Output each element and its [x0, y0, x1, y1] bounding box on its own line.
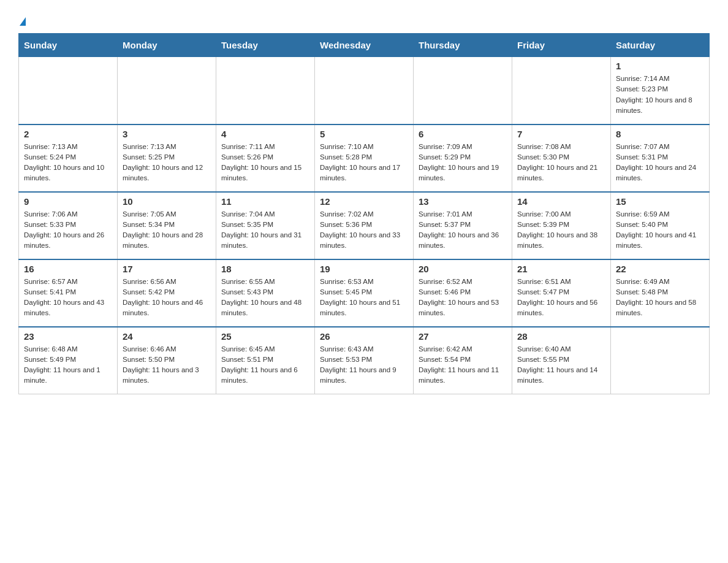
day-info: Sunrise: 7:11 AMSunset: 5:26 PMDaylight:…	[221, 142, 309, 184]
day-info: Sunrise: 7:13 AMSunset: 5:24 PMDaylight:…	[24, 142, 112, 184]
page-header	[18, 12, 710, 27]
day-number: 7	[517, 129, 605, 139]
col-header-wednesday: Wednesday	[315, 34, 414, 57]
calendar-cell: 22Sunrise: 6:49 AMSunset: 5:48 PMDayligh…	[611, 259, 710, 327]
calendar-week-1: 1Sunrise: 7:14 AMSunset: 5:23 PMDaylight…	[19, 57, 710, 124]
day-info: Sunrise: 7:14 AMSunset: 5:23 PMDaylight:…	[616, 74, 704, 116]
calendar-week-2: 2Sunrise: 7:13 AMSunset: 5:24 PMDaylight…	[19, 124, 710, 192]
col-header-thursday: Thursday	[414, 34, 512, 57]
calendar-cell: 9Sunrise: 7:06 AMSunset: 5:33 PMDaylight…	[19, 192, 118, 259]
day-number: 14	[517, 196, 605, 207]
day-number: 18	[221, 264, 309, 274]
day-info: Sunrise: 7:13 AMSunset: 5:25 PMDaylight:…	[123, 142, 211, 184]
calendar-header-row: SundayMondayTuesdayWednesdayThursdayFrid…	[19, 34, 710, 57]
day-number: 19	[320, 264, 408, 274]
col-header-tuesday: Tuesday	[216, 34, 315, 57]
logo-top-line	[18, 12, 26, 27]
calendar-cell	[216, 57, 315, 124]
calendar-cell: 10Sunrise: 7:05 AMSunset: 5:34 PMDayligh…	[118, 192, 216, 259]
calendar-cell: 17Sunrise: 6:56 AMSunset: 5:42 PMDayligh…	[118, 259, 216, 327]
day-info: Sunrise: 6:45 AMSunset: 5:51 PMDaylight:…	[221, 344, 309, 386]
day-info: Sunrise: 7:09 AMSunset: 5:29 PMDaylight:…	[419, 142, 507, 184]
day-number: 9	[24, 196, 112, 207]
calendar-cell: 14Sunrise: 7:00 AMSunset: 5:39 PMDayligh…	[512, 192, 611, 259]
day-info: Sunrise: 7:01 AMSunset: 5:37 PMDaylight:…	[419, 209, 507, 251]
day-number: 28	[517, 331, 605, 342]
calendar-cell	[19, 57, 118, 124]
col-header-sunday: Sunday	[19, 34, 118, 57]
day-number: 11	[221, 196, 309, 207]
calendar-week-5: 23Sunrise: 6:48 AMSunset: 5:49 PMDayligh…	[19, 327, 710, 394]
day-number: 10	[123, 196, 211, 207]
calendar-cell	[611, 327, 710, 394]
day-info: Sunrise: 6:56 AMSunset: 5:42 PMDaylight:…	[123, 277, 211, 319]
calendar-cell	[118, 57, 216, 124]
day-info: Sunrise: 6:48 AMSunset: 5:49 PMDaylight:…	[24, 344, 112, 386]
col-header-friday: Friday	[512, 34, 611, 57]
calendar-cell: 7Sunrise: 7:08 AMSunset: 5:30 PMDaylight…	[512, 124, 611, 192]
logo-arrow-icon	[20, 17, 26, 26]
calendar-week-4: 16Sunrise: 6:57 AMSunset: 5:41 PMDayligh…	[19, 259, 710, 327]
day-number: 17	[123, 264, 211, 274]
calendar-cell: 3Sunrise: 7:13 AMSunset: 5:25 PMDaylight…	[118, 124, 216, 192]
calendar-cell: 16Sunrise: 6:57 AMSunset: 5:41 PMDayligh…	[19, 259, 118, 327]
calendar-cell: 26Sunrise: 6:43 AMSunset: 5:53 PMDayligh…	[315, 327, 414, 394]
calendar-cell: 27Sunrise: 6:42 AMSunset: 5:54 PMDayligh…	[414, 327, 512, 394]
day-number: 22	[616, 264, 704, 274]
day-number: 20	[419, 264, 507, 274]
calendar-cell: 19Sunrise: 6:53 AMSunset: 5:45 PMDayligh…	[315, 259, 414, 327]
calendar-cell: 6Sunrise: 7:09 AMSunset: 5:29 PMDaylight…	[414, 124, 512, 192]
calendar-cell	[512, 57, 611, 124]
day-info: Sunrise: 7:02 AMSunset: 5:36 PMDaylight:…	[320, 209, 408, 251]
calendar-table: SundayMondayTuesdayWednesdayThursdayFrid…	[18, 33, 710, 394]
day-info: Sunrise: 6:43 AMSunset: 5:53 PMDaylight:…	[320, 344, 408, 386]
day-info: Sunrise: 6:53 AMSunset: 5:45 PMDaylight:…	[320, 277, 408, 319]
day-number: 5	[320, 129, 408, 139]
calendar-cell: 24Sunrise: 6:46 AMSunset: 5:50 PMDayligh…	[118, 327, 216, 394]
day-info: Sunrise: 7:04 AMSunset: 5:35 PMDaylight:…	[221, 209, 309, 251]
day-info: Sunrise: 7:06 AMSunset: 5:33 PMDaylight:…	[24, 209, 112, 251]
col-header-saturday: Saturday	[611, 34, 710, 57]
calendar-cell: 5Sunrise: 7:10 AMSunset: 5:28 PMDaylight…	[315, 124, 414, 192]
day-number: 2	[24, 129, 112, 139]
calendar-cell: 23Sunrise: 6:48 AMSunset: 5:49 PMDayligh…	[19, 327, 118, 394]
day-info: Sunrise: 6:49 AMSunset: 5:48 PMDaylight:…	[616, 277, 704, 319]
calendar-cell: 12Sunrise: 7:02 AMSunset: 5:36 PMDayligh…	[315, 192, 414, 259]
day-number: 12	[320, 196, 408, 207]
day-number: 15	[616, 196, 704, 207]
day-info: Sunrise: 6:46 AMSunset: 5:50 PMDaylight:…	[123, 344, 211, 386]
day-info: Sunrise: 6:57 AMSunset: 5:41 PMDaylight:…	[24, 277, 112, 319]
calendar-cell: 2Sunrise: 7:13 AMSunset: 5:24 PMDaylight…	[19, 124, 118, 192]
day-info: Sunrise: 7:08 AMSunset: 5:30 PMDaylight:…	[517, 142, 605, 184]
day-number: 24	[123, 331, 211, 342]
calendar-cell: 8Sunrise: 7:07 AMSunset: 5:31 PMDaylight…	[611, 124, 710, 192]
day-number: 8	[616, 129, 704, 139]
day-number: 6	[419, 129, 507, 139]
calendar-cell: 25Sunrise: 6:45 AMSunset: 5:51 PMDayligh…	[216, 327, 315, 394]
day-number: 4	[221, 129, 309, 139]
calendar-cell: 20Sunrise: 6:52 AMSunset: 5:46 PMDayligh…	[414, 259, 512, 327]
calendar-cell: 13Sunrise: 7:01 AMSunset: 5:37 PMDayligh…	[414, 192, 512, 259]
day-number: 25	[221, 331, 309, 342]
day-number: 1	[616, 61, 704, 71]
day-info: Sunrise: 6:51 AMSunset: 5:47 PMDaylight:…	[517, 277, 605, 319]
day-number: 21	[517, 264, 605, 274]
calendar-week-3: 9Sunrise: 7:06 AMSunset: 5:33 PMDaylight…	[19, 192, 710, 259]
day-info: Sunrise: 6:42 AMSunset: 5:54 PMDaylight:…	[419, 344, 507, 386]
day-info: Sunrise: 7:07 AMSunset: 5:31 PMDaylight:…	[616, 142, 704, 184]
calendar-cell	[315, 57, 414, 124]
day-number: 3	[123, 129, 211, 139]
day-info: Sunrise: 6:59 AMSunset: 5:40 PMDaylight:…	[616, 209, 704, 251]
day-info: Sunrise: 7:00 AMSunset: 5:39 PMDaylight:…	[517, 209, 605, 251]
day-number: 27	[419, 331, 507, 342]
day-number: 16	[24, 264, 112, 274]
calendar-cell	[414, 57, 512, 124]
calendar-cell: 18Sunrise: 6:55 AMSunset: 5:43 PMDayligh…	[216, 259, 315, 327]
day-number: 23	[24, 331, 112, 342]
day-number: 13	[419, 196, 507, 207]
day-info: Sunrise: 7:10 AMSunset: 5:28 PMDaylight:…	[320, 142, 408, 184]
day-info: Sunrise: 6:40 AMSunset: 5:55 PMDaylight:…	[517, 344, 605, 386]
calendar-cell: 28Sunrise: 6:40 AMSunset: 5:55 PMDayligh…	[512, 327, 611, 394]
day-info: Sunrise: 6:55 AMSunset: 5:43 PMDaylight:…	[221, 277, 309, 319]
calendar-cell: 1Sunrise: 7:14 AMSunset: 5:23 PMDaylight…	[611, 57, 710, 124]
